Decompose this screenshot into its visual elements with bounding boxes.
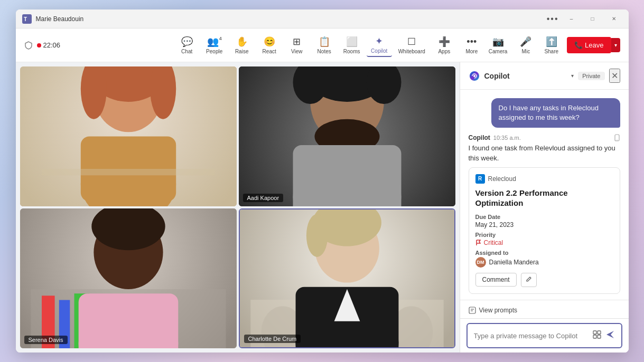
record-dot-icon	[37, 43, 41, 47]
priority-value: Critical	[475, 239, 613, 246]
copilot-title: Copilot	[484, 72, 567, 80]
private-badge: Private	[578, 72, 604, 80]
toolbar-raise[interactable]: ✋ Raise	[229, 34, 255, 56]
task-card: R Relecloud Version 2.2 Performance Opti…	[469, 167, 620, 294]
more-options-button[interactable]: •••	[547, 14, 559, 24]
task-actions: Comment	[475, 273, 613, 287]
share-label: Share	[544, 49, 558, 54]
leave-dropdown-button[interactable]: ▾	[611, 38, 620, 52]
video-cell-2: Aadi Kapoor	[239, 66, 455, 206]
toolbar-notes[interactable]: 📋 Notes	[312, 34, 337, 56]
relecloud-icon: R	[475, 174, 485, 184]
video-cell-4: Charlotte De Crum	[239, 208, 455, 348]
rooms-label: Rooms	[343, 49, 360, 54]
comment-button[interactable]: Comment	[475, 273, 517, 287]
whiteboard-label: Whiteboard	[398, 49, 425, 54]
priority-label: Priority	[475, 232, 613, 238]
share-button[interactable]: ⬆️ Share	[540, 34, 563, 56]
copilot-bot-time: 10:35 a.m.	[493, 135, 521, 141]
due-date-label: Due Date	[475, 214, 613, 220]
apps-icon: ➕	[438, 36, 450, 47]
copilot-response-text: I found one task from Relevloud assigned…	[469, 144, 620, 163]
chat-icon: 💬	[181, 36, 193, 47]
svg-point-34	[306, 214, 328, 257]
svg-rect-9	[42, 169, 215, 175]
task-title: Version 2.2 Performance Optimization	[475, 188, 613, 208]
toolbar-copilot[interactable]: ✦ Copilot	[367, 33, 392, 57]
toolbar-people[interactable]: 👥4 People	[202, 34, 227, 56]
assigned-to-label: Assigned to	[475, 250, 613, 256]
chat-label: Chat	[181, 49, 192, 54]
shield-icon	[24, 41, 33, 50]
toolbar-chat[interactable]: 💬 Chat	[174, 34, 200, 56]
prompts-icon	[469, 307, 476, 314]
divider	[460, 300, 629, 300]
svg-rect-45	[598, 331, 601, 334]
window-controls: ••• – □ ✕	[547, 14, 622, 24]
close-window-button[interactable]: ✕	[605, 14, 622, 24]
rooms-icon: ⬜	[346, 36, 358, 47]
view-prompts-row[interactable]: View prompts	[460, 302, 629, 318]
people-label: People	[206, 49, 222, 54]
share-icon: ⬆️	[546, 36, 557, 47]
assigned-to-row: DM Daniella Mandera	[475, 257, 613, 268]
people-badge: 4	[219, 36, 222, 41]
toolbar-right: 📷 Camera 🎤 Mic ⬆️ Share 📞 Leave ▾	[484, 34, 620, 56]
svg-text:T: T	[24, 16, 27, 22]
copilot-input-area	[460, 318, 629, 353]
person-silhouette-3	[20, 208, 237, 348]
raise-label: Raise	[235, 49, 249, 54]
people-icon: 👥4	[207, 36, 222, 47]
send-button[interactable]	[605, 330, 615, 342]
react-icon: 😊	[264, 36, 275, 47]
toolbar-apps[interactable]: ➕ Apps	[432, 34, 457, 56]
copilot-input-box	[466, 323, 622, 348]
video-cell-1	[20, 66, 237, 206]
toolbar-center: 💬 Chat 👥4 People ✋ Raise 😊 React ⊞ View …	[174, 33, 484, 57]
more-icon: •••	[466, 36, 477, 47]
raise-icon: ✋	[236, 36, 248, 47]
assignee-avatar: DM	[475, 257, 486, 268]
toolbar-left: 22:06	[24, 41, 174, 50]
task-assigned: Assigned to DM Daniella Mandera	[475, 250, 613, 268]
task-priority: Priority Critical	[475, 232, 613, 246]
task-source: Relecloud	[488, 175, 516, 183]
leave-label: Leave	[585, 41, 603, 49]
timer-display: 22:06	[43, 41, 61, 49]
maximize-button[interactable]: □	[584, 14, 601, 24]
recording-indicator: 22:06	[37, 41, 61, 49]
person-silhouette-1	[20, 66, 237, 206]
more-label: More	[465, 49, 478, 54]
leave-button[interactable]: 📞 Leave	[567, 37, 611, 53]
camera-button[interactable]: 📷 Camera	[484, 34, 512, 56]
notes-label: Notes	[318, 49, 331, 54]
toolbar-whiteboard[interactable]: ☐ Whiteboard	[394, 34, 430, 56]
due-date-value: May 21, 2023	[475, 221, 613, 228]
copilot-input[interactable]	[474, 332, 587, 340]
toolbar-react[interactable]: 😊 React	[257, 34, 282, 56]
svg-rect-41	[469, 307, 475, 313]
mic-icon: 🎤	[520, 36, 531, 47]
user-message-bubble: Do I have any tasks in Relecloud assigne…	[491, 98, 620, 128]
grid-input-button[interactable]	[592, 329, 602, 342]
toolbar-rooms[interactable]: ⬜ Rooms	[339, 34, 365, 56]
edit-button[interactable]	[521, 273, 537, 287]
toolbar-view[interactable]: ⊞ View	[284, 34, 310, 56]
copilot-panel: Copilot ▾ Private ✕ Do I have any tasks …	[460, 62, 629, 353]
view-label: View	[291, 49, 303, 54]
toolbar-more[interactable]: ••• More	[459, 34, 484, 56]
name-tag-4: Charlotte De Crum	[244, 335, 301, 343]
grid-icon	[593, 330, 601, 339]
assignee-name: Daniella Mandera	[489, 259, 539, 266]
title-bar: T Marie Beaudouin ••• – □ ✕	[16, 9, 629, 28]
notes-icon: 📋	[319, 36, 330, 47]
meeting-toolbar: 22:06 💬 Chat 👥4 People ✋ Raise 😊 React ⊞	[16, 28, 629, 62]
video-cell-3: Serena Davis	[20, 208, 237, 348]
mic-button[interactable]: 🎤 Mic	[516, 34, 536, 56]
svg-rect-27	[78, 293, 178, 348]
copilot-response: Copilot 10:35 a.m. I found one task from…	[469, 134, 620, 298]
copilot-close-button[interactable]: ✕	[609, 69, 620, 83]
minimize-button[interactable]: –	[563, 14, 580, 24]
copilot-messages: Do I have any tasks in Relecloud assigne…	[460, 90, 629, 298]
svg-rect-46	[593, 335, 596, 338]
